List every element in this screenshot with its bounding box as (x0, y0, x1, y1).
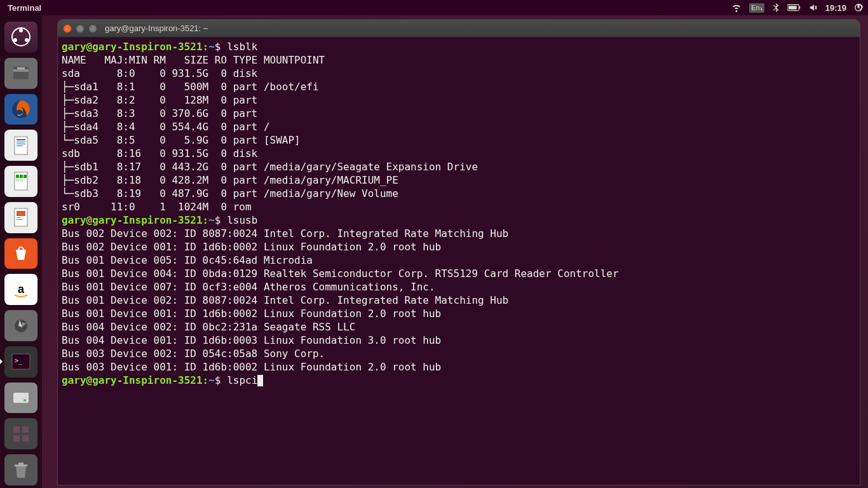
svg-rect-40 (15, 464, 27, 466)
command-lsblk: lsblk (227, 41, 257, 53)
launcher-impress[interactable] (4, 202, 37, 233)
prompt-user: gary@gary-Inspiron-3521 (62, 41, 203, 53)
terminal-body[interactable]: gary@gary-Inspiron-3521:~$ lsblk NAME MA… (58, 37, 860, 485)
launcher-workspace[interactable] (4, 418, 37, 449)
svg-rect-41 (18, 463, 24, 464)
svg-rect-22 (20, 175, 23, 178)
window-maximize-button[interactable] (88, 24, 97, 33)
svg-text:>_: >_ (15, 357, 23, 365)
language-indicator[interactable]: En₁ (749, 3, 764, 13)
launcher-files[interactable] (4, 58, 37, 89)
svg-rect-29 (17, 219, 23, 220)
svg-rect-23 (24, 175, 27, 178)
svg-rect-2 (789, 6, 797, 10)
svg-rect-24 (16, 179, 19, 182)
svg-rect-28 (17, 217, 20, 218)
launcher-firefox[interactable] (4, 94, 37, 125)
svg-point-8 (19, 29, 23, 32)
top-panel: Terminal En₁ 19:19 (0, 0, 868, 15)
lsblk-header: NAME MAJ:MIN RM SIZE RO TYPE MOUNTPOINT (62, 54, 325, 66)
launcher-terminal[interactable]: >_ (4, 346, 37, 377)
svg-rect-34 (13, 393, 29, 403)
svg-rect-16 (17, 139, 25, 140)
svg-rect-27 (17, 211, 25, 216)
window-title: gary@gary-Inspiron-3521: ~ (105, 24, 208, 33)
svg-rect-21 (16, 175, 19, 178)
svg-rect-25 (20, 179, 23, 182)
launcher: a >_ (0, 15, 42, 488)
prompt-path: ~ (208, 41, 215, 53)
svg-rect-1 (799, 6, 800, 9)
lsblk-output: sda 8:0 0 931.5G 0 disk ├─sda1 8:1 0 500… (62, 67, 478, 213)
power-icon[interactable] (854, 3, 863, 12)
terminal-titlebar[interactable]: gary@gary-Inspiron-3521: ~ (58, 20, 860, 37)
launcher-software[interactable] (4, 238, 37, 269)
launcher-settings[interactable] (4, 310, 37, 341)
prompt-symbol: $ (215, 41, 221, 53)
svg-point-35 (24, 399, 26, 402)
launcher-calc[interactable] (4, 166, 37, 197)
svg-rect-19 (17, 146, 23, 146)
clock[interactable]: 19:19 (825, 3, 846, 13)
lsusb-output: Bus 002 Device 002: ID 8087:0024 Intel C… (62, 227, 619, 373)
launcher-disks[interactable] (4, 383, 37, 414)
launcher-amazon[interactable]: a (4, 274, 37, 305)
svg-rect-39 (22, 435, 29, 442)
launcher-dash[interactable] (4, 22, 37, 53)
launcher-trash[interactable] (4, 454, 37, 485)
command-lsusb: lsusb (227, 214, 257, 226)
wifi-icon[interactable] (731, 3, 742, 13)
cursor (257, 375, 263, 386)
svg-point-9 (13, 38, 17, 42)
svg-rect-13 (17, 67, 25, 69)
volume-icon[interactable] (809, 3, 818, 12)
window-minimize-button[interactable] (76, 24, 85, 33)
svg-rect-37 (22, 426, 29, 433)
battery-icon[interactable] (787, 4, 801, 11)
command-lspci: lspci (227, 374, 257, 386)
svg-point-10 (25, 38, 29, 42)
bluetooth-icon[interactable] (772, 3, 780, 12)
svg-rect-6 (858, 4, 859, 7)
svg-rect-12 (13, 69, 29, 72)
launcher-writer[interactable] (4, 130, 37, 161)
svg-rect-38 (13, 435, 20, 442)
terminal-window: gary@gary-Inspiron-3521: ~ gary@gary-Ins… (57, 19, 860, 485)
svg-rect-17 (17, 142, 25, 142)
panel-title: Terminal (8, 3, 41, 13)
svg-text:a: a (18, 283, 25, 295)
window-close-button[interactable] (63, 24, 72, 33)
svg-rect-18 (17, 144, 25, 144)
svg-rect-36 (13, 426, 20, 433)
